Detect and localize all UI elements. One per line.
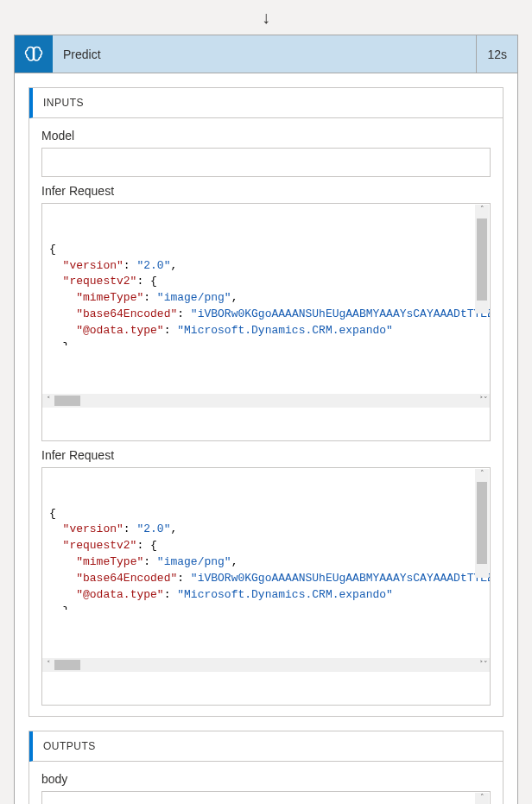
infer-request-code-1[interactable]: { "version": "2.0", "requestv2": { "mime… (41, 203, 491, 441)
flow-arrow: ↓ (0, 0, 532, 35)
infer-request-code-2[interactable]: { "version": "2.0", "requestv2": { "mime… (41, 467, 491, 706)
vertical-scrollbar[interactable]: ˄ ˅ (475, 469, 489, 578)
infer-request-label-2: Infer Request (41, 448, 491, 462)
card-body: INPUTS Model Infer Request { "version": … (15, 73, 517, 804)
scroll-left-icon[interactable]: ˂ (42, 660, 54, 671)
scroll-up-icon[interactable]: ˄ (480, 793, 484, 803)
scroll-up-icon[interactable]: ˄ (480, 469, 484, 479)
card-header[interactable]: Predict 12s (15, 35, 517, 73)
body-label: body (41, 772, 491, 786)
horizontal-scrollbar[interactable]: ˂ ˃˅ (42, 658, 490, 672)
scroll-thumb[interactable] (477, 482, 487, 564)
scroll-thumb[interactable] (54, 396, 80, 406)
inputs-section: INPUTS Model Infer Request { "version": … (28, 87, 504, 717)
outputs-section-header: OUTPUTS (29, 731, 503, 762)
body-code[interactable]: "labels": { "@odata.type": "#Microsoft.D… (41, 791, 491, 804)
action-icon-box (15, 35, 53, 73)
inputs-section-header: INPUTS (29, 88, 503, 118)
scroll-right-icon[interactable]: ˃˅ (478, 396, 490, 407)
model-input[interactable] (41, 148, 491, 177)
code-content: { "version": "2.0", "requestv2": { "mime… (42, 237, 490, 345)
brain-icon (23, 44, 44, 65)
inputs-section-content: Model Infer Request { "version": "2.0", … (29, 118, 503, 716)
scroll-thumb[interactable] (477, 218, 487, 301)
vertical-scrollbar[interactable]: ˄ ˅ (475, 793, 489, 804)
model-label: Model (41, 129, 491, 142)
card-title: Predict (53, 35, 476, 73)
scroll-up-icon[interactable]: ˄ (480, 205, 484, 215)
card-duration: 12s (476, 35, 517, 73)
code-content: { "version": "2.0", "requestv2": { "mime… (42, 501, 490, 610)
scroll-right-icon[interactable]: ˃˅ (478, 660, 490, 671)
outputs-section-content: body "labels": { "@odata.type": "#Micros… (29, 762, 503, 804)
horizontal-scrollbar[interactable]: ˂ ˃˅ (42, 394, 490, 408)
vertical-scrollbar[interactable]: ˄ ˅ (475, 205, 489, 313)
action-card-predict[interactable]: Predict 12s INPUTS Model Infer Request {… (14, 35, 518, 804)
outputs-section: OUTPUTS body "labels": { "@odata.type": … (28, 731, 504, 804)
arrow-down-icon: ↓ (262, 8, 270, 28)
scroll-thumb[interactable] (54, 660, 80, 670)
infer-request-label-1: Infer Request (41, 184, 491, 198)
scroll-left-icon[interactable]: ˂ (42, 396, 54, 407)
